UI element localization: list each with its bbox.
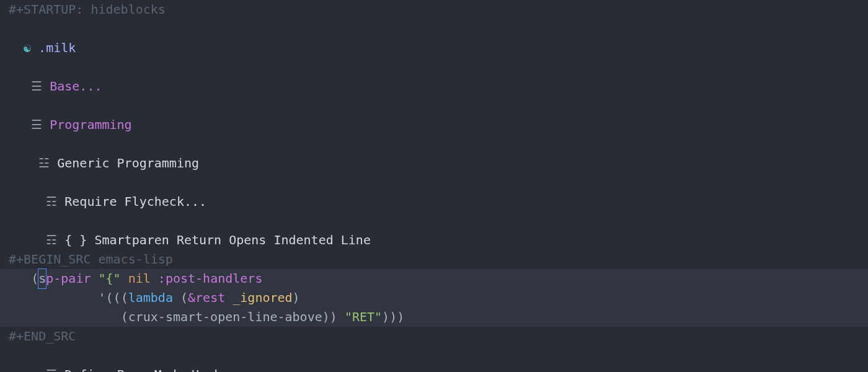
heading-smartparen[interactable]: ☶ { } Smartparen Return Opens Indented L… bbox=[0, 211, 868, 250]
fn-sp-pair: p-pair bbox=[46, 271, 91, 286]
bullet-icon: ☶ bbox=[46, 365, 57, 372]
var-ignored: _ignored bbox=[232, 290, 292, 305]
string-brace: "{" bbox=[99, 271, 121, 286]
org-end-src: #+END_SRC bbox=[0, 327, 868, 346]
yin-yang-icon: ☯ bbox=[24, 38, 38, 58]
heading-smartparen-label: { } Smartparen Return Opens Indented Lin… bbox=[64, 232, 371, 247]
org-begin-src: #+BEGIN_SRC emacs-lisp bbox=[0, 250, 868, 269]
heading-base-label: Base... bbox=[50, 79, 102, 94]
heading-require-flycheck[interactable]: ☶ Require Flycheck... bbox=[0, 173, 868, 211]
heading-define-hook-label: Define Prog-Mode Hook... bbox=[64, 367, 244, 372]
org-title-heading[interactable]: ☯.milk bbox=[0, 19, 868, 58]
heading-programming[interactable]: ☰ Programming bbox=[0, 96, 868, 135]
bullet-icon: ☰ bbox=[31, 115, 42, 135]
string-ret: "RET" bbox=[345, 309, 382, 324]
src-line-1[interactable]: (sp-pair "{" nil :post-handlers bbox=[0, 269, 868, 288]
quote-char: ' bbox=[99, 290, 106, 305]
src-line-3[interactable]: (crux-smart-open-line-above)) "RET"))) bbox=[0, 308, 868, 327]
bullet-icon: ☶ bbox=[46, 231, 57, 250]
heading-programming-label: Programming bbox=[50, 117, 131, 132]
bullet-icon: ☰ bbox=[31, 77, 42, 96]
title-text: .milk bbox=[38, 40, 76, 55]
src-block[interactable]: (sp-pair "{" nil :post-handlers '(((lamb… bbox=[0, 269, 868, 327]
bullet-icon: ☳ bbox=[38, 154, 50, 173]
keyword-nil: nil bbox=[128, 271, 151, 286]
heading-define-prog-hook[interactable]: ☶ Define Prog-Mode Hook... bbox=[0, 346, 868, 372]
heading-base[interactable]: ☰ Base... bbox=[0, 58, 868, 96]
org-startup-directive: #+STARTUP: hideblocks bbox=[0, 0, 868, 19]
heading-generic-label: Generic Programming bbox=[57, 156, 199, 170]
bullet-icon: ☶ bbox=[46, 192, 57, 211]
keyword-post-handlers: :post-handlers bbox=[158, 271, 263, 286]
fn-crux-open-line: crux-smart-open-line-above bbox=[128, 309, 322, 324]
src-line-2[interactable]: '(((lambda (&rest _ignored) bbox=[0, 288, 868, 308]
heading-flycheck-label: Require Flycheck... bbox=[64, 194, 206, 209]
heading-generic-programming[interactable]: ☳ Generic Programming bbox=[0, 135, 868, 173]
keyword-rest: &rest bbox=[188, 290, 225, 305]
keyword-lambda: lambda bbox=[128, 290, 173, 305]
